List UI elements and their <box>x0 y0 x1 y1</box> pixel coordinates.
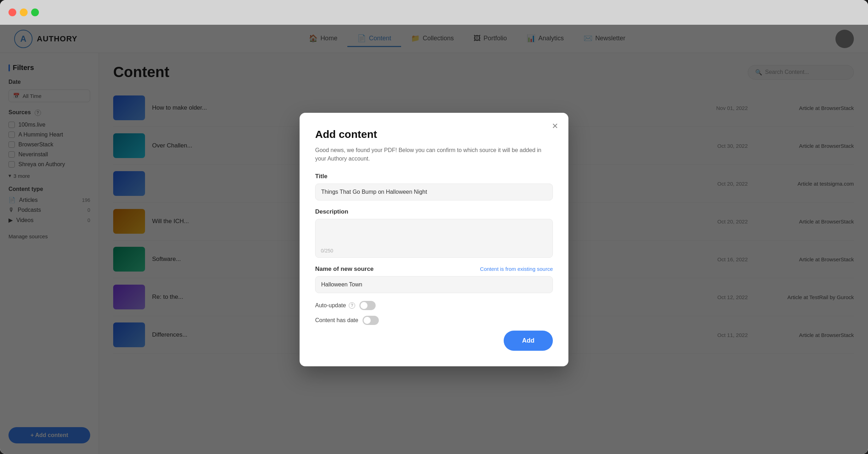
description-form-group: Description 0/250 <box>315 208 553 258</box>
auto-update-help-icon: ? <box>349 302 355 309</box>
content-has-date-toggle[interactable] <box>363 316 379 325</box>
close-button[interactable] <box>8 8 16 16</box>
minimize-button[interactable] <box>20 8 28 16</box>
browser-window: A AUTHORY 🏠 Home 📄 Content 📁 Co <box>0 0 868 454</box>
modal: ✕ Add content Good news, we found your P… <box>300 113 568 366</box>
content-has-date-label: Content has date <box>315 317 358 324</box>
auto-update-row: Auto-update ? <box>315 301 553 310</box>
browser-content: A AUTHORY 🏠 Home 📄 Content 📁 Co <box>0 25 868 454</box>
add-button[interactable]: Add <box>504 331 553 351</box>
maximize-button[interactable] <box>31 8 39 16</box>
existing-source-link[interactable]: Content is from existing source <box>480 266 553 272</box>
textarea-wrapper: 0/250 <box>315 219 553 258</box>
modal-title: Add content <box>315 128 553 140</box>
title-form-group: Title Things That Go Bump on Halloween N… <box>315 173 553 200</box>
auto-update-toggle[interactable] <box>359 301 376 310</box>
source-label: Name of new source <box>315 266 374 273</box>
title-value: Things That Go Bump on Halloween Night <box>321 189 427 195</box>
modal-subtitle: Good news, we found your PDF! Below you … <box>315 146 553 163</box>
char-count: 0/250 <box>321 248 333 254</box>
source-input[interactable]: Halloween Town <box>315 276 553 293</box>
title-input[interactable]: Things That Go Bump on Halloween Night <box>315 184 553 200</box>
title-label: Title <box>315 173 553 180</box>
description-label: Description <box>315 208 553 215</box>
auto-update-label: Auto-update ? <box>315 302 355 309</box>
description-textarea[interactable] <box>315 219 553 258</box>
source-form-group: Name of new source Content is from exist… <box>315 266 553 293</box>
traffic-lights <box>8 8 39 16</box>
source-row: Name of new source Content is from exist… <box>315 266 553 273</box>
content-has-date-row: Content has date <box>315 316 553 325</box>
modal-close-button[interactable]: ✕ <box>549 120 561 133</box>
source-value: Halloween Town <box>321 281 362 287</box>
browser-chrome <box>0 0 868 25</box>
modal-overlay[interactable]: ✕ Add content Good news, we found your P… <box>0 25 868 454</box>
